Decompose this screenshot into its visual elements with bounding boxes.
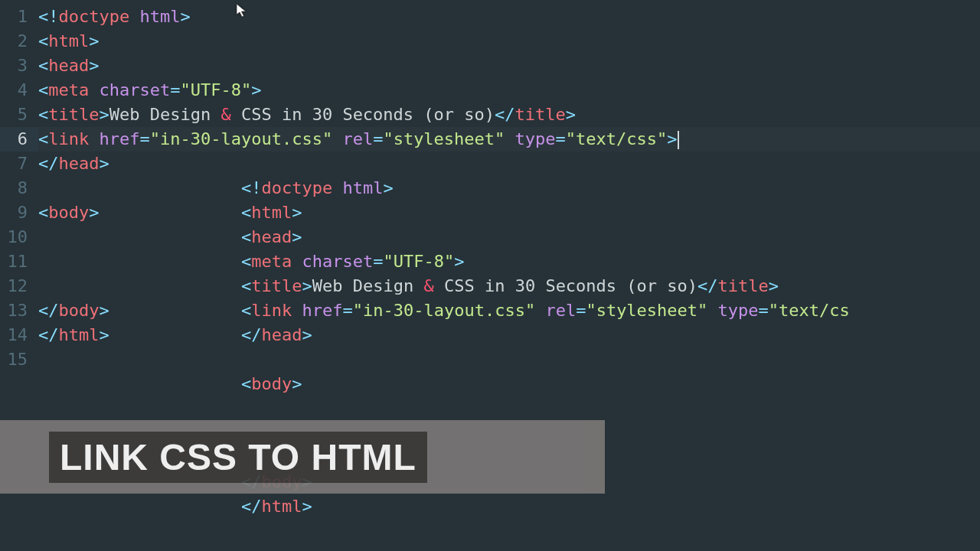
preview-code-line: <link href="in-30-layout.css" rel="style… (241, 298, 850, 323)
line-number: 14 (0, 323, 38, 347)
text-cursor (678, 131, 679, 149)
preview-code-line: <html> (241, 201, 850, 225)
code-line[interactable]: <html> (38, 29, 980, 54)
code-line[interactable]: <meta charset="UTF-8"> (38, 78, 980, 103)
preview-code-line: </html> (241, 494, 850, 519)
code-line[interactable]: <title>Web Design & CSS in 30 Seconds (o… (38, 103, 980, 127)
preview-code-line: </head> (241, 323, 850, 347)
line-number: 1 (0, 5, 38, 29)
code-line[interactable]: <!doctype html> (38, 5, 980, 29)
preview-code-line: <!doctype html> (241, 176, 850, 201)
cursor-pointer-icon (236, 3, 250, 20)
code-line[interactable]: <head> (38, 54, 980, 78)
preview-code-line (241, 396, 850, 421)
line-number: 7 (0, 152, 38, 176)
line-number: 2 (0, 29, 38, 54)
line-number: 8 (0, 176, 38, 201)
line-number: 13 (0, 298, 38, 323)
preview-code-line: <body> (241, 372, 850, 396)
line-number: 15 (0, 347, 38, 372)
code-line[interactable]: </head> (38, 152, 980, 176)
line-number: 12 (0, 274, 38, 298)
line-number: 6 (0, 127, 38, 152)
line-number: 10 (0, 225, 38, 249)
code-line[interactable]: <link href="in-30-layout.css" rel="style… (38, 127, 980, 152)
preview-code-line: <head> (241, 225, 850, 249)
line-number: 3 (0, 54, 38, 78)
title-banner: LINK CSS TO HTML (0, 420, 605, 494)
line-number: 9 (0, 201, 38, 225)
line-number: 4 (0, 78, 38, 103)
preview-code-line: <meta charset="UTF-8"> (241, 249, 850, 274)
line-number: 11 (0, 249, 38, 274)
title-banner-inner: LINK CSS TO HTML (49, 432, 427, 483)
banner-text: LINK CSS TO HTML (60, 437, 416, 478)
line-number: 5 (0, 103, 38, 127)
preview-code-line: <title>Web Design & CSS in 30 Seconds (o… (241, 274, 850, 298)
preview-code-line (241, 347, 850, 372)
